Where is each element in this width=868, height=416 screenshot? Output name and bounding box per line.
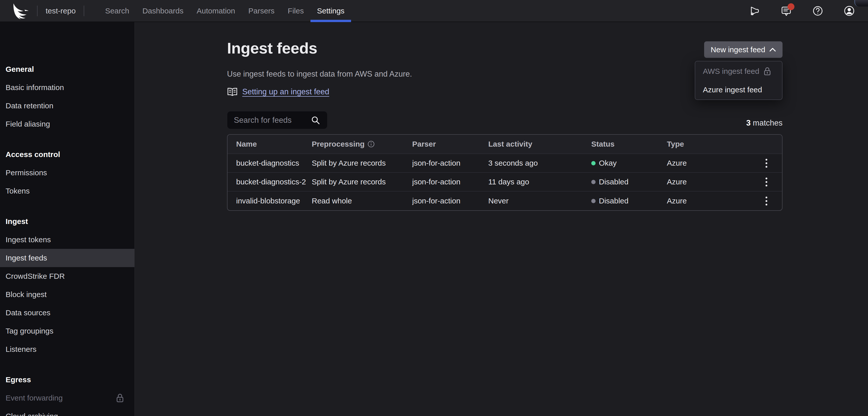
- lock-icon: [116, 393, 124, 403]
- new-ingest-feed-button[interactable]: New ingest feed: [704, 41, 782, 58]
- sidebar-item-block-ingest[interactable]: Block ingest: [0, 285, 134, 303]
- column-header-status: Status: [591, 140, 667, 149]
- screen-corner-artifact: [854, 0, 868, 7]
- page-header: Ingest feeds New ingest feed AWS ingest …: [227, 40, 782, 58]
- sidebar-item-ingest-feeds[interactable]: Ingest feeds: [0, 249, 134, 267]
- help-icon: [812, 5, 824, 17]
- nav-tab-search[interactable]: Search: [98, 0, 136, 22]
- primary-nav: Search Dashboards Automation Parsers Fil…: [98, 0, 351, 22]
- cell-parser: json-for-action: [412, 197, 488, 205]
- chevron-up-icon: [769, 48, 776, 52]
- column-header-last-activity: Last activity: [488, 140, 591, 149]
- matches-number: 3: [746, 119, 750, 127]
- feeds-search-box: [227, 111, 328, 129]
- megaphone-icon: [749, 5, 761, 17]
- main-content: Ingest feeds New ingest feed AWS ingest …: [135, 22, 868, 416]
- cell-last-activity: Never: [488, 197, 591, 205]
- nav-tab-parsers[interactable]: Parsers: [242, 0, 281, 22]
- matches-label: matches: [753, 119, 782, 127]
- cell-status: Disabled: [591, 178, 667, 186]
- sidebar-item-permissions[interactable]: Permissions: [0, 164, 134, 182]
- search-icon: [310, 115, 321, 125]
- matches-count: 3 matches: [746, 119, 782, 129]
- crowdstrike-logo[interactable]: [5, 0, 37, 22]
- sidebar-section-title: General: [0, 60, 134, 78]
- status-dot: [591, 161, 596, 165]
- new-ingest-feed-dropdown: AWS ingest feed Azure ingest feed: [695, 61, 782, 100]
- sidebar-section-egress: Egress Event forwarding Cloud archiving: [0, 371, 134, 416]
- sidebar-item-data-retention[interactable]: Data retention: [0, 97, 134, 115]
- sidebar-item-cloud-archiving[interactable]: Cloud archiving: [0, 407, 134, 416]
- feeds-search-input[interactable]: [234, 116, 310, 125]
- cell-name: bucket-diagnostics: [236, 159, 312, 167]
- messages-button[interactable]: [781, 5, 792, 17]
- sidebar-item-basic-information[interactable]: Basic information: [0, 78, 134, 97]
- dropdown-item-aws-ingest-feed[interactable]: AWS ingest feed: [695, 62, 782, 81]
- sidebar-item-crowdstrike-fdr[interactable]: CrowdStrike FDR: [0, 267, 134, 285]
- column-header-name: Name: [236, 140, 312, 149]
- cell-type: Azure: [667, 197, 759, 205]
- sidebar-section-general: General Basic information Data retention…: [0, 60, 134, 133]
- sidebar-item-data-sources[interactable]: Data sources: [0, 303, 134, 322]
- announcements-button[interactable]: [749, 5, 761, 17]
- nav-tab-automation[interactable]: Automation: [190, 0, 242, 22]
- cell-preprocessing: Split by Azure records: [312, 159, 412, 167]
- nav-tab-files[interactable]: Files: [281, 0, 310, 22]
- app-root: test-repo Search Dashboards Automation P…: [0, 0, 868, 416]
- active-tab-underline: [310, 20, 351, 22]
- page-title: Ingest feeds: [227, 40, 317, 56]
- table-row: bucket-diagnostics Split by Azure record…: [227, 154, 782, 173]
- topbar-actions: [749, 0, 868, 22]
- status-dot: [591, 199, 596, 203]
- sidebar-section-title: Access control: [0, 145, 134, 164]
- row-actions-menu-button[interactable]: [759, 194, 773, 208]
- ingest-feeds-table: Name Preprocessing Parser Last activity …: [227, 134, 782, 211]
- sidebar-section-title: Ingest: [0, 212, 134, 231]
- lock-icon: [763, 67, 771, 76]
- sidebar-item-tag-groupings[interactable]: Tag groupings: [0, 322, 134, 340]
- falcon-logo-icon: [11, 3, 31, 19]
- info-icon[interactable]: [368, 140, 375, 148]
- cell-status: Okay: [591, 159, 667, 167]
- book-icon: [227, 87, 238, 96]
- topbar-divider: [84, 6, 84, 16]
- sidebar-item-ingest-tokens[interactable]: Ingest tokens: [0, 231, 134, 249]
- column-header-preprocessing: Preprocessing: [312, 140, 412, 149]
- column-header-parser: Parser: [412, 140, 488, 149]
- cell-preprocessing: Read whole: [312, 197, 412, 205]
- sidebar-item-tokens[interactable]: Tokens: [0, 182, 134, 200]
- top-navigation-bar: test-repo Search Dashboards Automation P…: [0, 0, 868, 22]
- cell-preprocessing: Split by Azure records: [312, 178, 412, 186]
- cell-last-activity: 3 seconds ago: [488, 159, 591, 167]
- avatar-icon: [844, 5, 855, 17]
- nav-tab-settings[interactable]: Settings: [310, 0, 351, 22]
- column-header-type: Type: [667, 140, 759, 149]
- status-dot: [591, 180, 596, 184]
- table-toolbar: 3 matches: [227, 111, 782, 129]
- cell-type: Azure: [667, 159, 759, 167]
- sidebar-section-title: Egress: [0, 371, 134, 389]
- help-button[interactable]: [812, 5, 824, 17]
- table-header-row: Name Preprocessing Parser Last activity …: [227, 135, 782, 154]
- sidebar-item-event-forwarding[interactable]: Event forwarding: [0, 389, 134, 407]
- sidebar-section-access-control: Access control Permissions Tokens: [0, 145, 134, 200]
- table-row: invalid-blobstorage Read whole json-for-…: [227, 192, 782, 210]
- repo-name[interactable]: test-repo: [37, 0, 84, 22]
- sidebar-item-field-aliasing[interactable]: Field aliasing: [0, 115, 134, 133]
- account-button[interactable]: [844, 5, 855, 17]
- cell-type: Azure: [667, 178, 759, 186]
- table-row: bucket-diagnostics-2 Split by Azure reco…: [227, 173, 782, 192]
- row-actions-menu-button[interactable]: [759, 175, 773, 189]
- nav-tab-dashboards[interactable]: Dashboards: [136, 0, 190, 22]
- sidebar-section-ingest: Ingest Ingest tokens Ingest feeds CrowdS…: [0, 212, 134, 358]
- cell-parser: json-for-action: [412, 159, 488, 167]
- cell-last-activity: 11 days ago: [488, 178, 591, 186]
- dropdown-item-azure-ingest-feed[interactable]: Azure ingest feed: [695, 81, 782, 99]
- unread-badge: [787, 3, 795, 10]
- sidebar-item-listeners[interactable]: Listeners: [0, 340, 134, 358]
- settings-sidebar: General Basic information Data retention…: [0, 22, 135, 416]
- setup-ingest-feed-link[interactable]: Setting up an ingest feed: [242, 87, 329, 96]
- row-actions-menu-button[interactable]: [759, 156, 773, 170]
- cell-name: invalid-blobstorage: [236, 197, 312, 205]
- cell-name: bucket-diagnostics-2: [236, 178, 312, 186]
